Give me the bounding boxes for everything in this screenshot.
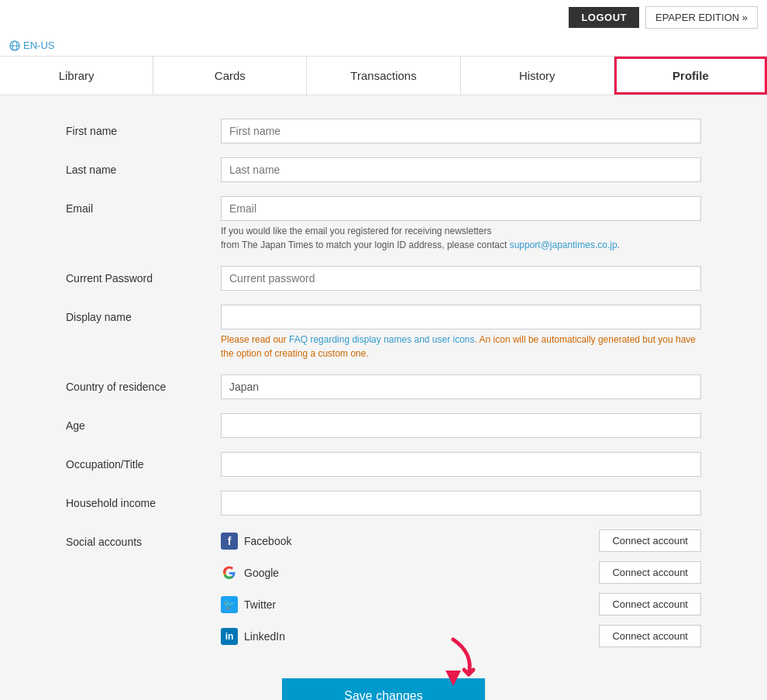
google-icon [221, 564, 238, 581]
tab-history[interactable]: History [461, 57, 614, 95]
household-field [221, 491, 701, 516]
twitter-item: 🐦 Twitter Connect account [221, 593, 701, 616]
country-field [221, 374, 701, 399]
twitter-name: 🐦 Twitter [221, 596, 276, 613]
lang-bar: EN-US [0, 35, 767, 57]
support-email-link[interactable]: support@japantimes.co.jp [510, 240, 617, 250]
profile-form: First name Last name Email If you would … [50, 119, 717, 700]
faq-link[interactable]: FAQ regarding display names and user ico… [289, 334, 474, 345]
social-accounts-row: Social accounts f Facebook Connect accou… [66, 529, 701, 647]
age-label: Age [66, 413, 221, 432]
epaper-button[interactable]: EPAPER EDITION » [645, 6, 758, 29]
facebook-icon: f [221, 533, 238, 550]
email-row: Email If you would like the email you re… [66, 196, 701, 252]
twitter-icon: 🐦 [221, 596, 238, 613]
tab-library[interactable]: Library [0, 57, 153, 95]
last-name-field [221, 157, 701, 182]
globe-icon [9, 40, 20, 51]
lang-link[interactable]: EN-US [9, 40, 54, 51]
google-connect-button[interactable]: Connect account [599, 561, 701, 584]
age-field [221, 413, 701, 438]
household-input[interactable] [221, 491, 701, 516]
household-label: Household income [66, 491, 221, 509]
twitter-connect-button[interactable]: Connect account [599, 593, 701, 616]
social-accounts-label: Social accounts [66, 529, 221, 548]
tab-cards[interactable]: Cards [153, 57, 307, 95]
current-password-input[interactable] [221, 266, 701, 291]
occupation-label: Occupation/Title [66, 452, 221, 471]
linkedin-name: in LinkedIn [221, 628, 285, 645]
top-bar: LOGOUT EPAPER EDITION » [0, 0, 767, 35]
last-name-input[interactable] [221, 157, 701, 182]
age-row: Age [66, 413, 701, 438]
nav-tabs: Library Cards Transactions History Profi… [0, 57, 767, 95]
linkedin-connect-button[interactable]: Connect account [599, 625, 701, 647]
country-input[interactable] [221, 374, 701, 399]
last-name-row: Last name [66, 157, 701, 182]
first-name-field [221, 119, 701, 143]
save-section: Save changes [66, 678, 701, 700]
linkedin-icon: in [221, 628, 238, 645]
occupation-row: Occupation/Title [66, 452, 701, 477]
arrow-annotation [430, 636, 476, 692]
household-row: Household income [66, 491, 701, 516]
email-note: If you would like the email you register… [221, 224, 701, 252]
logout-button[interactable]: LOGOUT [569, 7, 639, 28]
email-input[interactable] [221, 196, 701, 221]
country-row: Country of residence [66, 374, 701, 399]
svg-marker-3 [445, 671, 461, 686]
google-name: Google [221, 564, 279, 581]
occupation-field [221, 452, 701, 477]
facebook-name: f Facebook [221, 533, 291, 550]
google-item: Google Connect account [221, 561, 701, 584]
current-password-row: Current Password [66, 266, 701, 291]
facebook-item: f Facebook Connect account [221, 529, 701, 552]
display-name-note: Please read our FAQ regarding display na… [221, 333, 701, 360]
current-password-field [221, 266, 701, 291]
down-arrow-icon [430, 636, 476, 690]
display-name-row: Display name Please read our FAQ regardi… [66, 305, 701, 360]
current-password-label: Current Password [66, 266, 221, 284]
display-name-label: Display name [66, 305, 221, 323]
facebook-connect-button[interactable]: Connect account [599, 529, 701, 552]
email-label: Email [66, 196, 221, 215]
display-name-input[interactable] [221, 305, 701, 329]
occupation-input[interactable] [221, 452, 701, 477]
first-name-row: First name [66, 119, 701, 143]
tab-profile[interactable]: Profile [614, 57, 767, 95]
tab-transactions[interactable]: Transactions [307, 57, 460, 95]
last-name-label: Last name [66, 157, 221, 176]
country-label: Country of residence [66, 374, 221, 393]
email-field-container: If you would like the email you register… [221, 196, 701, 252]
age-input[interactable] [221, 413, 701, 438]
social-items-container: f Facebook Connect account [221, 529, 701, 647]
display-name-field-container: Please read our FAQ regarding display na… [221, 305, 701, 360]
first-name-input[interactable] [221, 119, 701, 143]
first-name-label: First name [66, 119, 221, 137]
